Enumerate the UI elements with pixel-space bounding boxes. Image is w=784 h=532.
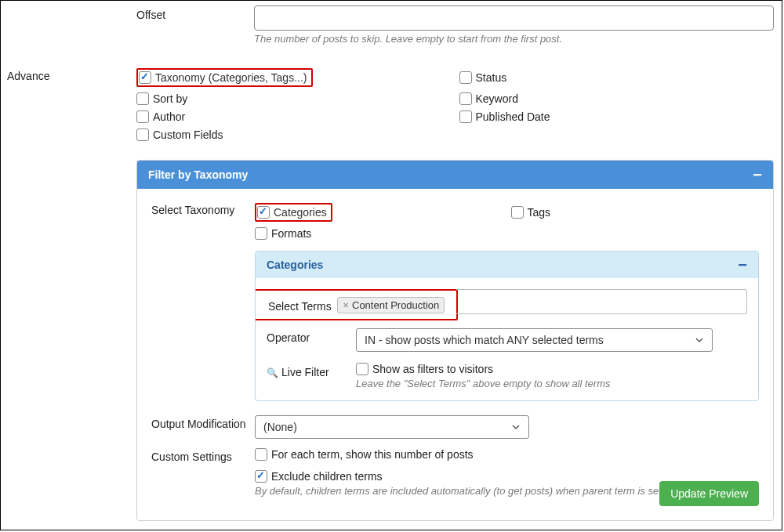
checkbox-tags[interactable] (511, 206, 524, 219)
offset-label: Offset (136, 9, 165, 21)
checkbox-exclude-children[interactable] (255, 470, 267, 483)
checkbox-sortby-label: Sort by (153, 92, 187, 105)
select-terms-label: Select Terms (268, 297, 337, 313)
operator-select-value: IN - show posts which match ANY selected… (365, 334, 604, 346)
categories-panel-title: Categories (267, 259, 323, 271)
live-filter-label: 🔍Live Filter (267, 363, 356, 378)
terms-input-extend[interactable] (456, 289, 747, 314)
checkbox-taxonomy[interactable] (139, 71, 151, 84)
chevron-down-icon (695, 335, 704, 345)
checkbox-author-label: Author (153, 110, 185, 123)
checkbox-show-filters[interactable] (356, 363, 368, 375)
update-preview-button[interactable]: Update Preview (659, 481, 759, 506)
checkbox-formats[interactable] (255, 227, 267, 240)
collapse-icon[interactable]: − (753, 170, 762, 179)
filter-taxonomy-title: Filter by Taxonomy (148, 168, 248, 181)
output-modification-value: (None) (263, 421, 297, 433)
checkbox-exclude-children-label: Exclude children terms (271, 470, 383, 483)
categories-panel: Categories − Select Terms (255, 251, 759, 401)
custom-settings-label: Custom Settings (151, 448, 255, 463)
collapse-icon[interactable]: − (738, 260, 747, 270)
checkbox-customfields-label: Custom Fields (153, 128, 223, 141)
select-taxonomy-label: Select Taxonomy (151, 201, 255, 216)
offset-helper: The number of posts to skip. Leave empty… (254, 33, 774, 45)
advance-label: Advance (7, 67, 136, 82)
checkbox-each-term-label: For each term, show this number of posts (271, 448, 474, 461)
offset-input[interactable] (254, 5, 774, 31)
live-filter-helper: Leave the "Select Terms" above empty to … (356, 378, 747, 389)
remove-icon[interactable]: ✕ (343, 301, 349, 309)
checkbox-published-label: Published Date (476, 110, 550, 123)
chevron-down-icon (511, 422, 521, 432)
checkbox-sortby[interactable] (136, 92, 149, 105)
checkbox-status-label: Status (476, 71, 507, 84)
output-modification-select[interactable]: (None) (255, 415, 529, 439)
checkbox-status[interactable] (459, 71, 472, 84)
operator-label: Operator (267, 328, 356, 344)
search-icon: 🔍 (267, 367, 278, 378)
checkbox-author[interactable] (136, 110, 149, 123)
filter-taxonomy-header[interactable]: Filter by Taxonomy − (137, 161, 773, 189)
highlight-categories: Categories (255, 203, 332, 222)
highlight-taxonomy: Taxonomy (Categories, Tags...) (136, 68, 313, 87)
operator-select[interactable]: IN - show posts which match ANY selected… (356, 328, 713, 352)
checkbox-each-term[interactable] (255, 448, 267, 461)
checkbox-keyword[interactable] (459, 92, 472, 105)
checkbox-published[interactable] (459, 110, 472, 123)
term-chip[interactable]: ✕ Content Production (337, 297, 445, 313)
checkbox-categories-label: Categories (274, 206, 327, 219)
checkbox-show-filters-label: Show as filters to visitors (372, 363, 493, 375)
checkbox-categories[interactable] (257, 206, 270, 219)
filter-taxonomy-panel: Filter by Taxonomy − Select Taxonomy (136, 160, 774, 521)
checkbox-tags-label: Tags (528, 206, 551, 219)
term-chip-label: Content Production (352, 299, 439, 311)
categories-panel-header[interactable]: Categories − (256, 252, 758, 278)
output-modification-label: Output Modification (151, 415, 255, 430)
checkbox-keyword-label: Keyword (476, 92, 518, 105)
highlight-select-terms: Select Terms ✕ Content Production (255, 289, 458, 320)
checkbox-formats-label: Formats (271, 227, 311, 240)
checkbox-customfields[interactable] (136, 128, 149, 141)
checkbox-taxonomy-label: Taxonomy (Categories, Tags...) (155, 71, 307, 84)
